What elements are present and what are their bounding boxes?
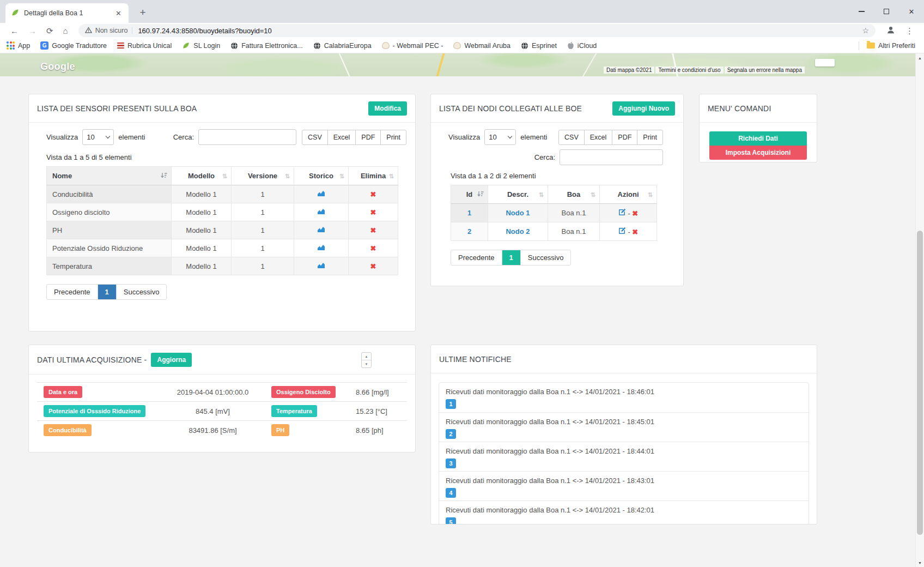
delete-icon[interactable]: ✖ [349, 185, 398, 203]
add-new-button[interactable]: Aggiungi Nuovo [612, 101, 675, 116]
export-pdf-button[interactable]: PDF [355, 130, 381, 145]
bookmark-webmail-pec[interactable]: - Webmail PEC - [382, 42, 443, 50]
column-header-boa[interactable]: Boa⇅ [548, 185, 600, 204]
scrollbar-thumb[interactable] [917, 231, 923, 535]
vertical-scrollbar[interactable]: ▲ ▼ [915, 53, 924, 567]
list-item[interactable]: Ricevuti dati monitoraggio dalla Boa n.1… [439, 471, 808, 500]
pagination-page-1[interactable]: 1 [502, 250, 521, 266]
nodes-table-info: Vista da 1 a 2 di 2 elementi [431, 165, 683, 185]
node-descr-link[interactable]: Nodo 2 [506, 227, 530, 236]
delete-icon[interactable]: ✖ [349, 221, 398, 239]
refresh-button[interactable]: Aggiorna [151, 353, 192, 367]
delete-icon[interactable]: ✖ [632, 209, 638, 218]
sensors-search-input[interactable] [198, 129, 296, 145]
bookmark-star-icon[interactable]: ☆ [862, 26, 869, 35]
bookmark-google-traduttore[interactable]: G Google Traduttore [40, 41, 107, 50]
pagination-page-1[interactable]: 1 [98, 284, 117, 300]
column-header-nome[interactable]: Nome [46, 166, 172, 185]
map-report-error-link[interactable]: Segnala un errore nella mappa [725, 67, 805, 74]
node-descr-link[interactable]: Nodo 1 [506, 209, 530, 217]
window-minimize-button[interactable] [849, 0, 874, 23]
browser-tab[interactable]: Dettagli della Boa 1 ✕ [5, 3, 129, 23]
pagination-previous[interactable]: Precedente [46, 284, 98, 300]
column-header-descr[interactable]: Descr.⇅ [488, 185, 548, 204]
edit-icon[interactable] [618, 209, 626, 218]
bookmark-webmail-aruba[interactable]: Webmail Aruba [453, 42, 510, 50]
pagination-next[interactable]: Successivo [116, 284, 167, 300]
history-chart-icon[interactable] [294, 257, 349, 275]
export-excel-button[interactable]: Excel [327, 130, 356, 145]
google-map[interactable]: Google Dati mappa ©2021 Termini e condiz… [0, 53, 915, 76]
edit-icon[interactable] [618, 228, 626, 236]
bookmark-sl-login[interactable]: SL Login [182, 41, 220, 50]
notification-count-badge: 1 [446, 399, 456, 409]
tab-close-icon[interactable]: ✕ [114, 9, 123, 17]
profile-avatar-icon[interactable] [886, 25, 896, 36]
request-data-button[interactable]: Richiedi Dati [709, 131, 807, 146]
list-item[interactable]: Ricevuti dati monitoraggio dalla Boa n.1… [439, 383, 808, 412]
history-chart-icon[interactable] [294, 185, 349, 203]
history-chart-icon[interactable] [294, 221, 349, 239]
param-value: 8.65 [ph] [356, 421, 407, 440]
list-item[interactable]: Ricevuti dati monitoraggio dalla Boa n.1… [439, 442, 808, 471]
delete-icon[interactable]: ✖ [349, 203, 398, 221]
forward-icon[interactable]: → [28, 27, 37, 35]
number-spinner[interactable]: ▲ ▼ [361, 352, 372, 368]
bookmark-calabriaeuropa[interactable]: CalabriaEuropa [313, 42, 372, 50]
history-chart-icon[interactable] [294, 203, 349, 221]
home-icon[interactable]: ⌂ [63, 27, 68, 35]
export-csv-button[interactable]: CSV [558, 130, 585, 145]
browser-menu-icon[interactable]: ⋮ [905, 27, 914, 35]
other-bookmarks-folder[interactable]: Altri Preferiti [867, 42, 915, 50]
page-length-select[interactable]: 10 [484, 129, 516, 145]
history-chart-icon[interactable] [294, 239, 349, 257]
scroll-up-icon[interactable]: ▲ [916, 53, 924, 62]
spinner-up-icon[interactable]: ▲ [362, 353, 371, 360]
export-print-button[interactable]: Print [637, 130, 663, 145]
column-header-id[interactable]: Id [451, 185, 488, 204]
sensors-table: Nome Modello⇅ Versione⇅ Storico⇅ Elimina… [46, 166, 398, 275]
list-item[interactable]: Ricevuti dati monitoraggio dalla Boa n.1… [439, 500, 808, 524]
security-label[interactable]: Non sicuro [95, 27, 128, 34]
column-header-modello[interactable]: Modello⇅ [172, 166, 232, 185]
column-header-azioni[interactable]: Azioni⇅ [600, 185, 657, 204]
bookmark-rubrica-unical[interactable]: Rubrica Unical [117, 42, 172, 50]
spinner-down-icon[interactable]: ▼ [362, 360, 371, 367]
column-header-storico[interactable]: Storico⇅ [294, 166, 349, 185]
export-print-button[interactable]: Print [380, 130, 406, 145]
nodes-pagination: Precedente 1 Successivo [451, 250, 571, 266]
bookmark-icloud[interactable]: iCloud [567, 41, 597, 50]
column-header-elimina[interactable]: Elimina⇅ [349, 166, 398, 185]
list-item[interactable]: Ricevuti dati monitoraggio dalla Boa n.1… [439, 412, 808, 442]
export-csv-button[interactable]: CSV [302, 130, 328, 145]
modify-button[interactable]: Modifica [368, 101, 407, 116]
map-terms-link[interactable]: Termini e condizioni d'uso [655, 67, 723, 74]
delete-icon[interactable]: ✖ [632, 228, 638, 236]
page-length-select[interactable]: 10 [82, 129, 114, 145]
column-header-versione[interactable]: Versione⇅ [232, 166, 294, 185]
url-text[interactable]: 160.97.24.43:8580/buoydetails?buoyid=10 [138, 27, 271, 35]
delete-icon[interactable]: ✖ [349, 239, 398, 257]
window-close-button[interactable]: ✕ [899, 0, 924, 23]
pagination-previous[interactable]: Precedente [451, 250, 502, 266]
bookmark-fattura-elettronica[interactable]: Fattura Elettronica... [230, 42, 303, 50]
delete-icon[interactable]: ✖ [349, 257, 398, 275]
back-icon[interactable]: ← [10, 27, 19, 35]
bookmark-app[interactable]: App [7, 41, 30, 50]
node-id-link[interactable]: 2 [467, 227, 471, 236]
export-pdf-button[interactable]: PDF [612, 130, 637, 145]
pagination-next[interactable]: Successivo [520, 250, 572, 266]
new-tab-button[interactable]: + [135, 5, 150, 20]
bookmark-esprinet[interactable]: Esprinet [521, 42, 557, 50]
folder-icon [867, 43, 875, 49]
reload-icon[interactable]: ⟳ [46, 27, 53, 35]
address-bar[interactable]: Non sicuro 160.97.24.43:8580/buoydetails… [78, 24, 876, 37]
window-maximize-button[interactable] [874, 0, 899, 23]
set-acquisitions-button[interactable]: Imposta Acquisizioni [709, 146, 807, 160]
map-control[interactable] [815, 59, 835, 67]
export-excel-button[interactable]: Excel [584, 130, 613, 145]
sort-icon: ⇅ [389, 172, 394, 179]
nodes-search-input[interactable] [560, 149, 663, 165]
scroll-down-icon[interactable]: ▼ [916, 558, 924, 567]
node-id-link[interactable]: 1 [467, 209, 471, 217]
